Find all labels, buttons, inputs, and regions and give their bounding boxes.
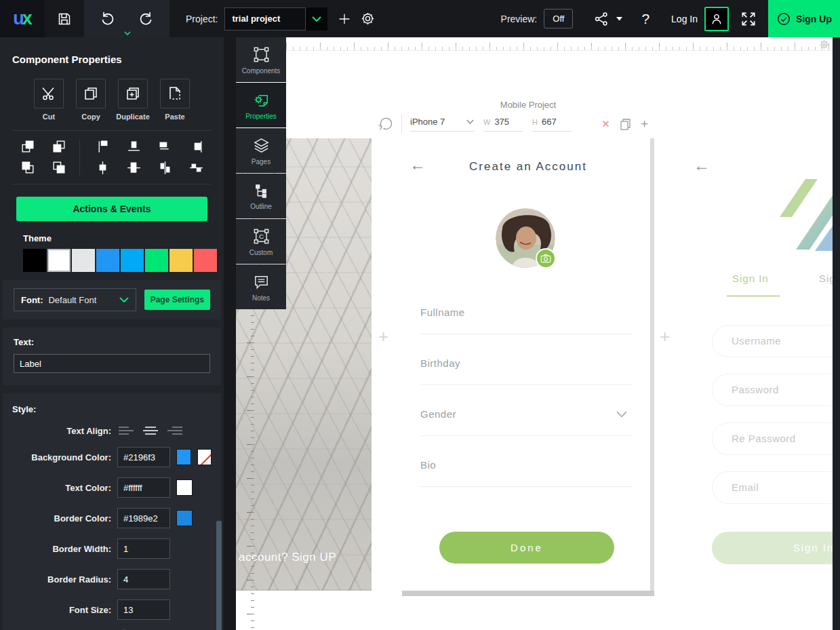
re-password-field[interactable]: Re Password	[712, 422, 840, 455]
align-bottom-icon[interactable]	[126, 139, 142, 155]
app-logo[interactable]: ux	[0, 0, 45, 37]
add-project-button[interactable]	[337, 0, 352, 37]
device-select[interactable]: iPhone 7	[410, 117, 474, 132]
field-label-birthday[interactable]: Birthday	[420, 357, 460, 369]
save-button[interactable]	[45, 0, 84, 37]
text-color-swatch[interactable]	[176, 479, 193, 496]
done-button[interactable]: Done	[439, 532, 614, 564]
screen-signin[interactable]: ← Sign In Sig Username Password Re Passw…	[685, 138, 840, 591]
align-top-icon[interactable]	[95, 139, 111, 155]
tab-properties[interactable]: Properties	[236, 83, 286, 127]
undo-icon[interactable]	[99, 10, 117, 28]
theme-swatch-blue[interactable]	[96, 249, 119, 272]
field-label-bio[interactable]: Bio	[420, 459, 436, 471]
tab-pages[interactable]: Pages	[236, 128, 286, 173]
height-field[interactable]: H 667	[532, 117, 572, 132]
duplicate-screen-icon[interactable]	[620, 119, 631, 130]
help-button[interactable]: ?	[641, 11, 649, 27]
redo-icon[interactable]	[137, 10, 155, 28]
center-horizontal-icon[interactable]	[95, 160, 111, 176]
border-color-input[interactable]	[117, 508, 170, 528]
bring-to-front-icon[interactable]	[20, 139, 36, 155]
duplicate-button[interactable]: Duplicate	[116, 79, 150, 121]
center-vertical-icon[interactable]	[126, 160, 142, 176]
border-radius-input[interactable]	[117, 569, 170, 589]
screen-vertical-scrollbar[interactable]	[650, 138, 654, 591]
field-label-fullname[interactable]: Fullname	[420, 307, 465, 318]
project-name-value[interactable]: trial project	[224, 7, 306, 31]
paste-button[interactable]: Paste	[158, 79, 192, 121]
bring-forward-icon[interactable]	[52, 139, 67, 155]
actions-events-button[interactable]: Actions & Events	[16, 197, 207, 221]
settings-gear-icon[interactable]	[360, 0, 376, 37]
rotate-device-icon[interactable]	[377, 116, 395, 132]
screen-horizontal-scrollbar[interactable]	[402, 591, 654, 596]
delete-screen-icon[interactable]: ✕	[601, 118, 610, 130]
distribute-vertical-icon[interactable]	[188, 160, 204, 176]
theme-swatch-green[interactable]	[145, 249, 168, 272]
text-align-left-icon[interactable]	[117, 425, 135, 437]
tab-notes[interactable]: Notes	[236, 264, 286, 309]
border-color-swatch[interactable]	[176, 510, 193, 526]
back-arrow-icon[interactable]: ←	[694, 157, 710, 174]
email-field[interactable]: Email	[712, 471, 840, 504]
username-field[interactable]: Username	[712, 325, 840, 357]
page-settings-button[interactable]: Page Settings	[144, 290, 210, 310]
add-screen-icon[interactable]: +	[641, 117, 648, 132]
user-avatar-icon[interactable]	[704, 7, 729, 31]
canvas-settings-gear-icon[interactable]	[819, 39, 829, 50]
font-select[interactable]: Font: Default Font	[14, 288, 136, 311]
history-expand-chevron-icon[interactable]	[124, 31, 131, 35]
project-select[interactable]: trial project	[224, 7, 327, 31]
screen-create-account[interactable]: ← Create an Account	[402, 138, 654, 591]
password-field[interactable]: Password	[712, 374, 840, 406]
tab-components[interactable]: Components	[236, 37, 286, 82]
theme-swatch-black[interactable]	[23, 249, 46, 272]
send-backward-icon[interactable]	[20, 160, 36, 176]
duplicate-icon[interactable]	[118, 79, 148, 109]
paste-icon[interactable]	[160, 79, 190, 109]
send-to-back-icon[interactable]	[52, 160, 67, 176]
sidebar-scrollbar[interactable]	[216, 521, 222, 630]
add-screen-between-icon[interactable]: +	[378, 328, 388, 345]
cut-button[interactable]: Cut	[32, 79, 66, 121]
height-value[interactable]: 667	[542, 117, 557, 127]
text-color-input[interactable]	[117, 477, 170, 498]
fullscreen-expand-icon[interactable]	[740, 10, 757, 28]
tab-custom[interactable]: C Custom	[236, 219, 286, 264]
text-value-input[interactable]	[14, 354, 210, 373]
sign-in-button[interactable]: Sign In	[712, 532, 840, 564]
border-width-input[interactable]	[117, 538, 170, 559]
background-color-swatch[interactable]	[176, 449, 191, 465]
design-canvas: Components Properties Pages Outline C Cu…	[236, 37, 840, 630]
theme-swatch-gray[interactable]	[72, 249, 95, 272]
theme-swatch-lightblue[interactable]	[121, 249, 144, 272]
text-align-right-icon[interactable]	[166, 425, 184, 437]
tab-outline[interactable]: Outline	[236, 174, 286, 218]
background-color-input[interactable]	[117, 447, 170, 467]
scissors-icon[interactable]	[34, 79, 64, 109]
align-right-icon[interactable]	[188, 139, 204, 155]
theme-swatch-yellow[interactable]	[169, 249, 193, 272]
width-field[interactable]: W 375	[483, 117, 523, 132]
add-screen-between-icon[interactable]: +	[660, 328, 670, 345]
font-size-input[interactable]	[117, 599, 170, 620]
distribute-horizontal-icon[interactable]	[157, 160, 173, 176]
no-fill-swatch[interactable]	[197, 449, 212, 465]
copy-button[interactable]: Copy	[74, 79, 108, 121]
preview-toggle-button[interactable]: Off	[544, 9, 573, 28]
login-button[interactable]: Log In	[671, 7, 729, 31]
share-button[interactable]	[593, 11, 622, 27]
gender-dropdown-chevron-icon[interactable]	[616, 411, 627, 418]
signup-button[interactable]: Sign Up	[768, 0, 840, 37]
theme-swatch-red[interactable]	[194, 249, 217, 272]
theme-swatch-white[interactable]	[47, 249, 71, 272]
align-left-icon[interactable]	[157, 139, 173, 155]
project-dropdown-chevron-icon[interactable]	[306, 7, 327, 31]
tab-sign-in[interactable]: Sign In	[732, 273, 769, 284]
field-label-gender[interactable]: Gender	[420, 408, 456, 420]
width-value[interactable]: 375	[494, 117, 509, 127]
change-photo-camera-icon[interactable]	[536, 248, 556, 269]
text-align-center-icon[interactable]	[142, 425, 159, 437]
copy-icon[interactable]	[76, 79, 106, 109]
